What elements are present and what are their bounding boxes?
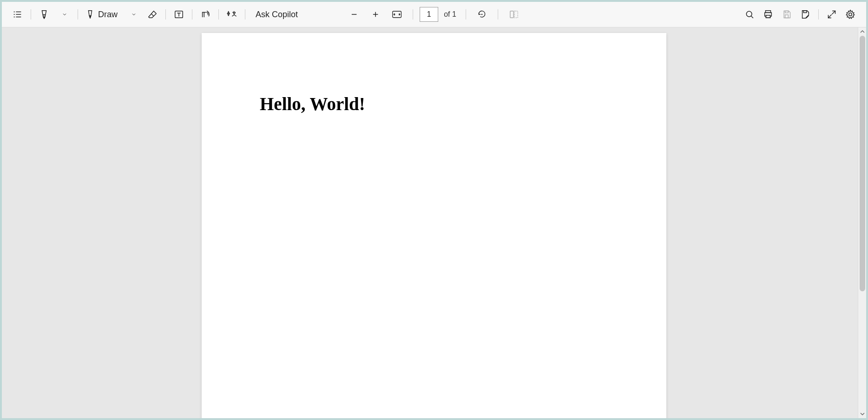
divider <box>78 9 78 20</box>
divider <box>165 9 166 20</box>
plus-icon <box>371 10 380 19</box>
divider <box>31 9 31 20</box>
svg-point-12 <box>481 14 483 15</box>
settings-button[interactable] <box>841 5 860 24</box>
rotate-button[interactable] <box>473 5 491 24</box>
fit-width-icon <box>392 10 402 19</box>
page-view-button[interactable] <box>505 5 523 24</box>
svg-rect-20 <box>785 15 789 18</box>
svg-point-24 <box>849 13 852 16</box>
pen-icon <box>85 9 95 20</box>
print-button[interactable] <box>759 5 777 24</box>
minus-icon <box>350 10 358 19</box>
highlighter-button[interactable] <box>35 5 53 24</box>
draw-button[interactable]: Draw <box>82 5 123 24</box>
right-controls <box>740 5 860 24</box>
zoom-in-button[interactable] <box>366 5 385 24</box>
find-button[interactable] <box>740 5 759 24</box>
scroll-up-arrow[interactable] <box>858 27 866 36</box>
divider <box>218 9 219 20</box>
svg-point-4 <box>14 16 15 17</box>
svg-rect-14 <box>514 11 518 18</box>
svg-point-0 <box>14 11 15 12</box>
vertical-scrollbar[interactable] <box>858 27 866 418</box>
chevron-down-icon <box>62 12 67 17</box>
page-number-input[interactable] <box>420 7 438 22</box>
caret-up-icon <box>860 29 865 34</box>
read-aloud-icon <box>200 9 210 20</box>
highlighter-icon <box>39 9 49 20</box>
scroll-down-arrow[interactable] <box>858 410 866 418</box>
save-icon <box>782 10 791 19</box>
copilot-label: Ask Copilot <box>256 10 298 20</box>
fullscreen-button[interactable] <box>822 5 841 24</box>
contents-toggle-button[interactable] <box>8 5 27 24</box>
scrollbar-thumb[interactable] <box>860 36 865 291</box>
chevron-down-icon <box>131 12 137 17</box>
caret-down-icon <box>860 412 865 416</box>
save-button[interactable] <box>777 5 796 24</box>
svg-rect-21 <box>803 11 806 13</box>
rotate-icon <box>477 10 487 19</box>
draw-dropdown[interactable] <box>125 5 143 24</box>
zoom-out-button[interactable] <box>345 5 363 24</box>
textbox-icon <box>174 9 184 20</box>
page-controls: of 1 <box>345 5 523 24</box>
svg-point-2 <box>14 14 15 15</box>
divider <box>413 9 413 20</box>
fit-width-button[interactable] <box>388 5 406 24</box>
divider <box>466 9 466 20</box>
document-page: Hello, World! <box>202 33 666 418</box>
page-total: of 1 <box>444 10 456 19</box>
translate-button[interactable] <box>223 5 241 24</box>
svg-line-6 <box>151 13 154 16</box>
printer-icon <box>763 9 773 20</box>
search-icon <box>745 10 754 19</box>
highlight-group <box>35 5 74 24</box>
add-text-button[interactable] <box>170 5 188 24</box>
fullscreen-icon <box>827 10 836 19</box>
read-aloud-button[interactable] <box>196 5 215 24</box>
translate-icon <box>226 9 238 20</box>
highlighter-dropdown[interactable] <box>55 5 74 24</box>
document-viewport[interactable]: Hello, World! <box>2 27 866 418</box>
draw-label: Draw <box>98 10 118 20</box>
ask-copilot-button[interactable]: Ask Copilot <box>249 5 304 24</box>
draw-group: Draw <box>82 5 143 24</box>
divider <box>192 9 192 20</box>
save-as-button[interactable] <box>796 5 815 24</box>
divider <box>818 9 819 20</box>
svg-rect-13 <box>510 11 513 18</box>
divider <box>245 9 245 20</box>
list-icon <box>13 9 23 20</box>
page-heading: Hello, World! <box>260 93 608 114</box>
gear-icon <box>845 9 855 20</box>
svg-rect-19 <box>785 11 789 13</box>
svg-rect-18 <box>766 15 770 18</box>
svg-line-23 <box>829 15 832 18</box>
divider <box>498 9 498 20</box>
page-view-icon <box>509 10 519 19</box>
erase-button[interactable] <box>143 5 162 24</box>
save-edit-icon <box>800 9 810 20</box>
toolbar: Draw <box>2 2 866 27</box>
svg-line-22 <box>832 11 835 14</box>
svg-line-16 <box>751 16 753 18</box>
eraser-icon <box>147 9 158 20</box>
